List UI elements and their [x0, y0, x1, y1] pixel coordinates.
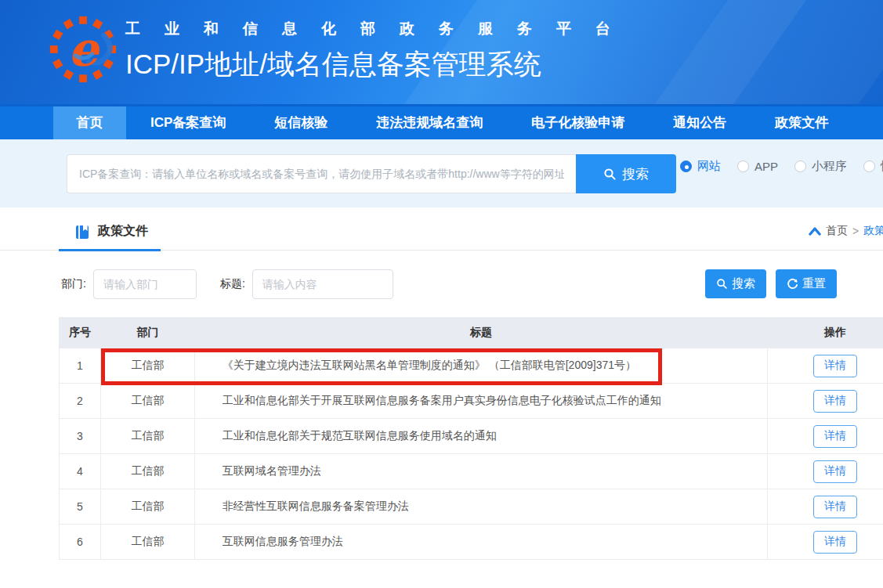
nav-item-home[interactable]: 首页 [53, 106, 126, 139]
table-row: 5 工信部 非经营性互联网信息服务备案管理办法 详情 [60, 489, 883, 525]
nav-item-e-verify-apply[interactable]: 电子化核验申请 [507, 106, 649, 139]
row-no: 5 [60, 489, 101, 524]
row-title: 工业和信息化部关于规范互联网信息服务使用域名的通知 [195, 419, 768, 453]
dept-filter-label: 部门: [61, 277, 86, 291]
breadcrumb-home[interactable]: 首页 [826, 224, 848, 238]
row-dept: 工信部 [101, 419, 195, 453]
radio-icon [863, 161, 875, 172]
nav-item-illegal-domain-query[interactable]: 违法违规域名查询 [352, 106, 507, 139]
detail-button[interactable]: 详情 [813, 425, 857, 448]
row-no: 3 [60, 419, 101, 453]
filter-search-button[interactable]: 搜索 [705, 269, 766, 298]
detail-button[interactable]: 详情 [813, 460, 857, 483]
radio-mini-program[interactable]: 小程序 [794, 159, 847, 174]
row-no: 1 [60, 348, 101, 383]
section-title: 政策文件 [98, 223, 148, 240]
row-title: 非经营性互联网信息服务备案管理办法 [195, 489, 768, 524]
nav-item-policy-files[interactable]: 政策文件 [751, 106, 852, 139]
row-title: 互联网域名管理办法 [195, 454, 768, 489]
search-type-radio-group: 网站 APP 小程序 快应用 [680, 159, 883, 174]
svg-text:e: e [68, 21, 101, 77]
radio-label: 网站 [697, 159, 721, 174]
row-dept: 工信部 [101, 384, 195, 418]
app-header: e 工业和信息化部政务服务平台 ICP/IP地址/域名信息备案管理系统 [0, 0, 883, 104]
table-row: 1 工信部 《关于建立境内违法互联网站黑名单管理制度的通知》 （工信部联电管[2… [60, 348, 883, 384]
radio-icon [794, 161, 806, 172]
table-header-row: 序号 部门 标题 操作 [60, 317, 883, 348]
policy-table: 序号 部门 标题 操作 1 工信部 《关于建立境内违法互联网站黑名单管理制度的通… [59, 317, 883, 560]
title-filter-label: 标题: [220, 277, 245, 291]
filter-search-label: 搜索 [732, 276, 755, 291]
radio-icon [737, 161, 749, 172]
row-dept: 工信部 [101, 454, 195, 489]
tab-policy-files[interactable]: 政策文件 [74, 223, 148, 240]
search-icon [603, 168, 617, 181]
detail-button[interactable]: 详情 [813, 531, 857, 554]
icp-search-input[interactable] [67, 154, 576, 193]
refresh-icon [787, 278, 798, 290]
row-no: 6 [60, 525, 101, 559]
row-no: 4 [60, 454, 101, 489]
filter-row: 部门: 标题: 搜索 重置 [0, 251, 883, 317]
breadcrumb-separator: > [852, 225, 859, 237]
gear-e-logo-icon: e [45, 11, 121, 88]
detail-button[interactable]: 详情 [813, 355, 857, 377]
content-area: 政策文件 首页 > 政策文件 部门: 标题: 搜索 [0, 207, 883, 588]
nav-item-icp-query[interactable]: ICP备案查询 [126, 106, 250, 139]
row-title: 互联网信息服务管理办法 [195, 525, 768, 559]
dept-filter-input[interactable] [93, 269, 197, 299]
home-icon [809, 225, 821, 236]
row-dept: 工信部 [101, 348, 195, 383]
icp-search-button[interactable]: 搜索 [576, 154, 676, 193]
breadcrumb: 首页 > 政策文件 [809, 224, 883, 238]
radio-label: APP [755, 160, 778, 173]
row-title: 《关于建立境内违法互联网站黑名单管理制度的通知》 （工信部联电管[2009]37… [195, 348, 768, 383]
book-icon [74, 224, 90, 240]
col-header-action: 操作 [768, 326, 883, 340]
breadcrumb-current[interactable]: 政策文件 [863, 224, 883, 238]
col-header-dept: 部门 [101, 317, 195, 348]
col-header-title: 标题 [195, 317, 768, 348]
table-row: 4 工信部 互联网域名管理办法 详情 [60, 454, 883, 489]
col-header-no: 序号 [60, 317, 101, 348]
search-button-label: 搜索 [622, 165, 649, 183]
section-bar: 政策文件 首页 > 政策文件 [0, 207, 883, 251]
search-icon [716, 278, 728, 290]
radio-quick-app[interactable]: 快应用 [863, 159, 883, 174]
radio-website[interactable]: 网站 [680, 159, 721, 174]
nav-item-notices[interactable]: 通知公告 [649, 106, 751, 139]
row-dept: 工信部 [101, 525, 195, 559]
row-title: 工业和信息化部关于开展互联网信息服务备案用户真实身份信息电子化核验试点工作的通知 [195, 384, 768, 418]
detail-button[interactable]: 详情 [813, 496, 857, 518]
radio-label: 小程序 [812, 159, 847, 174]
row-dept: 工信部 [101, 489, 195, 524]
nav-item-sms-verify[interactable]: 短信核验 [250, 106, 352, 139]
system-title: ICP/IP地址/域名信息备案管理系统 [125, 46, 635, 83]
table-row: 3 工信部 工业和信息化部关于规范互联网信息服务使用域名的通知 详情 [60, 419, 883, 454]
detail-button[interactable]: 详情 [813, 390, 857, 413]
title-filter-input[interactable] [252, 269, 393, 299]
filter-reset-label: 重置 [802, 276, 826, 291]
table-row: 2 工信部 工业和信息化部关于开展互联网信息服务备案用户真实身份信息电子化核验试… [60, 384, 883, 419]
icp-search-band: 搜索 网站 APP 小程序 快应用 [0, 139, 883, 207]
platform-name: 工业和信息化部政务服务平台 [125, 19, 635, 39]
row-no: 2 [60, 384, 101, 418]
table-row: 6 工信部 互联网信息服务管理办法 详情 [60, 525, 883, 560]
radio-app[interactable]: APP [737, 160, 778, 173]
main-nav: 首页 ICP备案查询 短信核验 违法违规域名查询 电子化核验申请 通知公告 政策… [0, 104, 883, 139]
radio-selected-icon [680, 161, 692, 172]
filter-reset-button[interactable]: 重置 [776, 269, 837, 298]
